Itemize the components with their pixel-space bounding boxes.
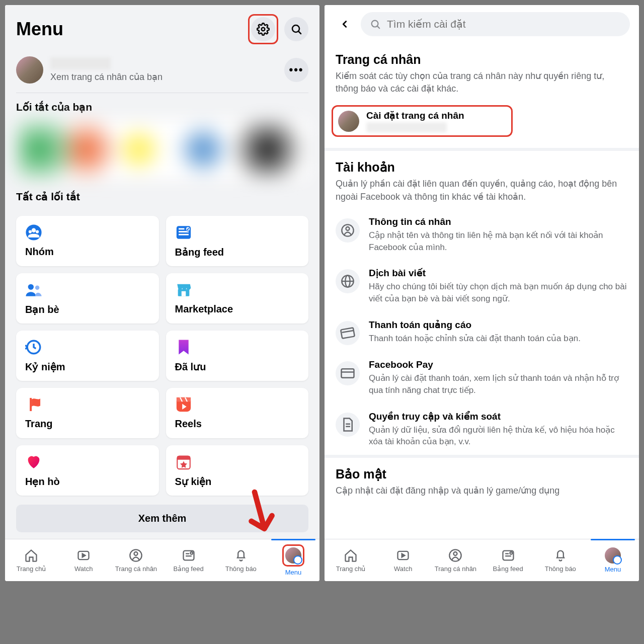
- bottom-nav: Trang chủ Watch Trang cá nhân Bảng feed …: [5, 539, 319, 581]
- settings-screen: Trang cá nhân Kiểm soát các tùy chọn của…: [325, 5, 639, 581]
- tile-dating[interactable]: Hẹn hò: [16, 445, 159, 496]
- friends-icon: [25, 281, 42, 298]
- account-section-title: Tài khoản: [336, 160, 628, 175]
- search-input[interactable]: [387, 18, 621, 30]
- reels-icon: [175, 396, 192, 413]
- svg-point-0: [262, 28, 265, 31]
- ellipsis-icon: •••: [289, 63, 303, 76]
- svg-rect-19: [176, 397, 190, 402]
- profile-settings-name-blurred: [366, 122, 447, 132]
- nav-home[interactable]: Trang chủ: [5, 539, 57, 581]
- svg-rect-38: [342, 369, 354, 378]
- security-section-title: Bảo mật: [336, 467, 628, 481]
- setting-personal-info[interactable]: Thông tin cá nhân Cập nhật tên và thông …: [325, 209, 639, 261]
- svg-line-30: [377, 26, 379, 28]
- profile-subtitle: Xem trang cá nhân của bạn: [50, 71, 163, 83]
- search-field[interactable]: [361, 12, 630, 36]
- shortcuts-heading: Lối tắt của bạn: [5, 93, 319, 119]
- svg-point-6: [36, 230, 39, 233]
- nav-feed[interactable]: Bảng feed: [163, 539, 215, 581]
- svg-point-5: [29, 230, 32, 233]
- tile-pages[interactable]: Trang: [16, 388, 159, 438]
- avatar: [338, 111, 359, 132]
- marketplace-icon: [175, 281, 192, 298]
- search-button[interactable]: [284, 17, 308, 41]
- svg-rect-8: [179, 228, 184, 230]
- tile-friends[interactable]: Bạn bè: [16, 273, 159, 324]
- svg-point-44: [454, 552, 457, 555]
- profile-icon: [448, 548, 463, 563]
- back-button[interactable]: [334, 19, 356, 30]
- svg-point-28: [190, 552, 193, 554]
- saved-icon: [175, 339, 192, 356]
- avatar: [16, 56, 43, 84]
- profile-section-title: Trang cá nhân: [336, 52, 628, 67]
- more-button[interactable]: •••: [284, 58, 308, 82]
- menu-avatar-icon: [605, 547, 621, 564]
- home-icon: [24, 548, 39, 563]
- tile-marketplace[interactable]: Marketplace: [166, 273, 309, 324]
- tile-feed[interactable]: Bảng feed: [166, 216, 309, 266]
- setting-access-control[interactable]: Quyền truy cập và kiểm soát Quản lý dữ l…: [325, 404, 639, 455]
- svg-point-48: [510, 552, 512, 554]
- profile-settings-item[interactable]: Cài đặt trang cá nhân: [332, 105, 513, 137]
- nav-notifications[interactable]: Thông báo: [534, 539, 587, 581]
- svg-rect-15: [181, 291, 186, 296]
- see-more-button[interactable]: Xem thêm: [16, 505, 308, 532]
- globe-icon: [336, 269, 360, 293]
- nav-profile[interactable]: Trang cá nhân: [429, 539, 481, 581]
- svg-point-12: [28, 284, 34, 290]
- svg-point-24: [134, 552, 138, 555]
- svg-rect-17: [30, 398, 32, 411]
- settings-highlight: [248, 14, 278, 44]
- svg-rect-10: [179, 234, 189, 235]
- security-section-desc: Cập nhật cài đặt đăng nhập và quản lý ga…: [336, 485, 628, 497]
- svg-point-4: [32, 228, 36, 233]
- card-icon: [336, 361, 360, 385]
- watch-icon: [76, 548, 91, 563]
- svg-line-37: [342, 331, 354, 333]
- page-title: Menu: [16, 19, 63, 40]
- setting-translate[interactable]: Dịch bài viết Hãy cho chúng tôi biết tùy…: [325, 260, 639, 312]
- bottom-nav: Trang chủ Watch Trang cá nhân Bảng feed …: [325, 539, 639, 581]
- menu-screen: Menu: [5, 5, 319, 581]
- nav-notifications[interactable]: Thông báo: [215, 539, 267, 581]
- nav-menu[interactable]: Menu: [587, 539, 639, 581]
- menu-tab-highlight: [282, 544, 304, 567]
- nav-watch[interactable]: Watch: [377, 539, 429, 581]
- nav-profile[interactable]: Trang cá nhân: [110, 539, 162, 581]
- events-icon: [175, 453, 192, 470]
- feed-icon: [175, 224, 192, 241]
- tile-groups[interactable]: Nhóm: [16, 216, 159, 266]
- dating-icon: [25, 453, 42, 470]
- shortcut-tiles: Nhóm Bảng feed Bạn bè Marketplace Kỷ niệ…: [5, 209, 319, 496]
- profile-icon: [128, 548, 143, 563]
- shortcuts-blurred: [16, 119, 308, 180]
- search-icon: [370, 19, 381, 30]
- tile-saved[interactable]: Đã lưu: [166, 331, 309, 381]
- nav-watch[interactable]: Watch: [57, 539, 110, 581]
- nav-home[interactable]: Trang chủ: [325, 539, 377, 581]
- setting-ad-payments[interactable]: Thanh toán quảng cáo Thanh toán hoặc chỉ…: [325, 312, 639, 352]
- svg-rect-21: [177, 456, 190, 460]
- chevron-left-icon: [339, 19, 350, 30]
- svg-point-32: [346, 227, 350, 230]
- search-icon: [290, 23, 302, 35]
- svg-line-2: [299, 32, 301, 34]
- profile-row[interactable]: Xem trang cá nhân của bạn •••: [5, 49, 319, 93]
- feed-nav-icon: [181, 548, 196, 563]
- tile-events[interactable]: Sự kiện: [166, 445, 309, 496]
- svg-point-13: [35, 286, 40, 290]
- settings-button[interactable]: [251, 17, 275, 41]
- tile-reels[interactable]: Reels: [166, 388, 309, 438]
- profile-section-desc: Kiểm soát các tùy chọn của trang cá nhân…: [336, 70, 628, 95]
- bell-icon: [233, 548, 249, 563]
- tile-memories[interactable]: Kỷ niệm: [16, 331, 159, 381]
- document-icon: [336, 413, 360, 437]
- nav-menu[interactable]: Menu: [267, 539, 319, 581]
- nav-feed[interactable]: Bảng feed: [482, 539, 534, 581]
- setting-facebook-pay[interactable]: Facebook Pay Quản lý cài đặt thanh toán,…: [325, 352, 639, 404]
- home-icon: [343, 548, 358, 563]
- groups-icon: [25, 224, 42, 241]
- pages-icon: [25, 396, 42, 413]
